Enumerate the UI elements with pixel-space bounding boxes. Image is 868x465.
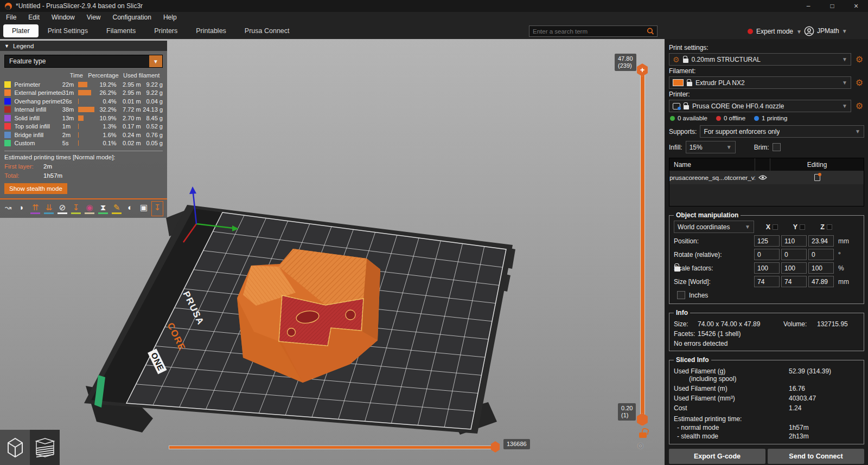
manipulation-input-y[interactable] [781,249,807,260]
seams-icon[interactable]: ⇈ [29,201,41,216]
feature-color-swatch [4,106,11,113]
filament-gear-button[interactable]: ⚙ [854,79,864,87]
sliced-info-row: Used Filament (m)16.76 [674,385,859,392]
menu-file[interactable]: File [0,12,22,23]
preview-view-button[interactable] [30,430,60,465]
object-editing-icon[interactable] [814,174,820,181]
feature-time: 26s [62,98,78,105]
supports-select[interactable]: For support enforcers only ▼ [700,125,864,138]
lock-icon [683,59,688,63]
search-input[interactable] [529,28,646,35]
printer-gear-button[interactable]: ⚙ [854,102,864,111]
feature-type-select[interactable]: Feature type ▼ [4,55,163,68]
tool-marker-icon[interactable]: ↧ [151,201,163,216]
menu-edit[interactable]: Edit [22,12,46,23]
send-to-connect-button[interactable]: Send to Connect [768,449,864,464]
layer-slider-track[interactable] [641,69,644,419]
tab-printables[interactable]: Printables [187,24,235,38]
slider-lock-icon[interactable] [639,432,647,438]
feature-bar-fill [78,132,79,138]
chevron-down-icon: ▼ [726,144,732,150]
maximize-button[interactable]: □ [820,0,844,12]
manipulation-unit: ° [838,251,841,259]
brim-checkbox[interactable] [773,143,781,151]
manipulation-input-y[interactable] [781,276,807,287]
mode-selector[interactable]: Expert mode ▼ [748,25,802,37]
3d-viewport[interactable]: PRUSA CORE ONE [0,39,665,465]
feature-label: Solid infill [14,115,62,121]
travel-moves-icon[interactable]: ↝ [2,201,14,216]
retractions-icon[interactable]: ⊘ [56,201,68,216]
collapse-triangle-icon[interactable]: ▼ [4,43,9,49]
object-manipulation-panel: Object manipulation World coordinates ▼ … [669,211,864,304]
layer-slider-bottom-tooltip: 0.20(1) [618,403,636,421]
tab-print-settings[interactable]: Print Settings [39,24,97,38]
feature-bar-fill [78,140,79,146]
object-row[interactable]: prusacoreone_sq...otcorner_v2.stl [669,171,864,184]
close-button[interactable]: × [844,0,868,12]
moves-slider-track[interactable] [169,446,495,449]
filament-select[interactable]: Extrudr PLA NX2 ▼ [669,76,851,89]
editor-view-button[interactable] [0,430,30,465]
tab-filaments[interactable]: Filaments [97,24,145,38]
export-gcode-button[interactable]: Export G-code [669,449,765,464]
manipulation-row: Size [World]:mm [674,276,859,287]
menu-view[interactable]: View [81,12,107,23]
feature-bar [78,82,96,87]
status-text: 0 available [678,115,707,121]
center-of-mass-icon[interactable]: ◐ [124,201,136,216]
manipulation-input-x[interactable] [754,276,780,287]
shells-box-icon[interactable]: ▣ [138,201,150,216]
menu-configuration[interactable]: Configuration [107,12,157,23]
dropdown-arrow-icon[interactable]: ▼ [149,55,162,67]
tab-prusa-connect[interactable]: Prusa Connect [235,24,299,38]
menu-window[interactable]: Window [46,12,81,23]
tab-printers[interactable]: Printers [145,24,187,38]
manipulation-input-z[interactable] [808,249,834,260]
feature-length: 2.95 m [117,81,141,88]
slider-gear-icon[interactable]: ⚙ [637,441,644,451]
menu-help[interactable]: Help [157,12,183,23]
user-account[interactable]: JPMath ▼ [804,24,847,37]
sliced-info-row: Used Filament (mm³)40303.47 [674,395,859,402]
uniform-scale-lock-icon[interactable] [674,267,680,272]
axis-mirror-icon[interactable] [827,224,832,230]
print-settings-gear-button[interactable]: ⚙ [854,55,864,64]
tab-plater[interactable]: Plater [3,24,39,37]
feature-color-swatch [4,123,11,130]
manipulation-input-z[interactable] [808,276,834,287]
manipulation-input-x[interactable] [754,249,780,260]
lock-icon [684,105,689,109]
search-box[interactable] [529,25,658,37]
manipulation-input-y[interactable] [781,235,807,247]
manipulation-label: Position: [674,237,754,245]
unseams-icon[interactable]: ⇊ [43,201,55,216]
infill-select[interactable]: 15% ▼ [686,141,736,153]
layers-icon [33,435,57,461]
custom-gcode-icon[interactable]: ✎ [111,201,123,216]
manipulation-input-x[interactable] [754,235,780,247]
manipulation-input-x[interactable] [754,262,780,274]
printer-select[interactable]: Prusa CORE One HF0.4 nozzle ▼ [669,100,851,112]
manipulation-input-y[interactable] [781,262,807,274]
shells-icon[interactable]: ◗ [16,201,28,216]
manipulation-input-z[interactable] [808,262,834,274]
color-changes-icon[interactable]: ◉ [84,201,95,216]
axis-mirror-icon[interactable] [800,224,805,230]
feature-weight: 9.22 g [141,89,163,96]
pause-prints-icon[interactable]: ⧗ [97,201,109,216]
deretractions-icon[interactable]: ↧ [70,201,82,216]
inches-checkbox[interactable] [677,291,685,299]
infill-label: Infill: [669,144,682,151]
axis-mirror-icon[interactable] [773,224,778,230]
manipulation-input-z[interactable] [808,235,834,247]
minimize-button[interactable]: – [796,0,820,12]
axis-header-y: Y [786,223,813,231]
feature-length: 0.17 m [117,123,141,130]
show-stealth-mode-button[interactable]: Show stealth mode [4,183,67,194]
legend-header[interactable]: ▼ Legend [0,41,167,51]
print-settings-select[interactable]: ⚙ 0.20mm STRUCTURAL ▼ [669,53,851,66]
eye-icon[interactable] [758,175,767,180]
coordinates-select[interactable]: World coordinates ▼ [674,221,754,233]
search-icon[interactable] [646,27,655,36]
